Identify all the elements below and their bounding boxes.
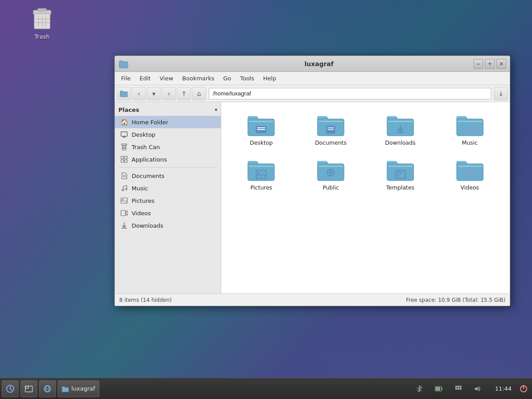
sidebar-header: Places ▾ [115, 104, 221, 116]
videos-icon [120, 209, 128, 217]
toolbar: ‹ ▾ › ↑ ⌂ ↓ [115, 85, 510, 102]
sidebar-item-desktop[interactable]: Desktop [115, 128, 221, 141]
file-item-documents[interactable]: Documents [298, 109, 364, 150]
sidebar-item-downloads[interactable]: Downloads [115, 219, 221, 232]
refresh-button[interactable]: ↓ [494, 87, 508, 100]
svg-rect-48 [25, 386, 32, 392]
svg-rect-59 [455, 388, 457, 390]
sidebar-collapse-arrow[interactable]: ▾ [215, 107, 217, 113]
battery-icon[interactable] [430, 380, 447, 397]
file-item-downloads[interactable]: Downloads [368, 109, 434, 150]
svg-rect-55 [436, 387, 440, 391]
power-button[interactable] [517, 382, 530, 395]
address-bar[interactable] [209, 88, 491, 99]
applications-icon [120, 155, 128, 163]
statusbar-right: Free space: 10.9 GiB (Total: 15.5 GiB) [406, 297, 505, 303]
maximize-button[interactable]: + [485, 59, 495, 69]
file-label-videos: Videos [461, 184, 479, 191]
folder-icon-templates [386, 158, 415, 182]
window-title: luxagraf [132, 60, 506, 67]
folder-icon-downloads [386, 114, 415, 137]
music-icon [120, 184, 128, 192]
svg-rect-54 [442, 388, 442, 390]
menu-bookmarks[interactable]: Bookmarks [178, 73, 219, 83]
menu-help[interactable]: Help [259, 73, 281, 83]
file-label-pictures: Pictures [250, 184, 273, 191]
trashcan-icon [120, 143, 128, 151]
svg-rect-16 [125, 156, 127, 159]
desktop-icon [120, 130, 128, 138]
svg-rect-8 [121, 132, 127, 136]
history-button[interactable]: ▾ [147, 87, 161, 100]
file-item-desktop[interactable]: Desktop [228, 109, 294, 150]
minimize-button[interactable]: − [473, 59, 483, 69]
volume-icon[interactable] [469, 380, 486, 397]
svg-rect-23 [121, 198, 127, 203]
menu-view[interactable]: View [155, 73, 178, 83]
file-label-documents: Documents [315, 139, 346, 146]
svg-rect-60 [458, 388, 459, 390]
downloads-icon [120, 221, 128, 229]
home-button[interactable]: ⌂ [192, 87, 206, 100]
sidebar-item-trash-can[interactable]: Trash Can [115, 141, 221, 153]
file-area: Desktop Documents [221, 102, 510, 293]
file-item-pictures[interactable]: Pictures [228, 154, 294, 195]
sidebar-item-videos[interactable]: Videos [115, 207, 221, 219]
svg-rect-15 [121, 156, 124, 159]
forward-button[interactable]: › [162, 87, 176, 100]
file-label-templates: Templates [386, 184, 415, 191]
menu-go[interactable]: Go [219, 73, 235, 83]
file-item-videos[interactable]: Videos [437, 154, 503, 195]
sidebar-item-documents[interactable]: Documents [115, 170, 221, 182]
taskbar: luxagraf 11:44 [0, 378, 532, 399]
taskbar-app-label: luxagraf [71, 385, 95, 392]
taskbar-clock: 11:44 [492, 385, 515, 392]
file-label-public: Public [323, 184, 339, 191]
sidebar-item-pictures[interactable]: Pictures [115, 194, 221, 207]
taskbar-filemanager-button[interactable]: luxagraf [58, 380, 99, 397]
svg-rect-18 [125, 160, 127, 162]
documents-icon [120, 172, 128, 180]
file-item-templates[interactable]: Templates [368, 154, 434, 195]
sidebar-divider [118, 167, 217, 168]
desktop-trash-icon[interactable]: Trash [24, 7, 60, 40]
menubar: File Edit View Bookmarks Go Tools Help [115, 72, 510, 85]
home-icon: 🏠 [120, 118, 128, 126]
taskbar-tray [407, 380, 490, 397]
taskbar-browser-button[interactable] [39, 380, 56, 397]
statusbar-left: 8 items (14 hidden) [119, 297, 172, 303]
statusbar: 8 items (14 hidden) Free space: 10.9 GiB… [115, 293, 510, 306]
new-folder-button[interactable] [117, 87, 131, 100]
folder-icon-pictures [247, 158, 275, 182]
folder-icon-desktop [247, 114, 275, 137]
trash-label: Trash [35, 33, 50, 40]
folder-icon-public [317, 158, 345, 182]
menu-tools[interactable]: Tools [235, 73, 258, 83]
taskbar-start-button[interactable] [2, 380, 19, 397]
close-button[interactable]: ✕ [497, 59, 506, 69]
folder-icon-videos [456, 158, 484, 182]
file-label-music: Music [462, 139, 478, 146]
file-label-downloads: Downloads [385, 139, 416, 146]
titlebar-buttons: − + ✕ [473, 59, 506, 69]
sidebar-item-applications[interactable]: Applications [115, 153, 221, 166]
content-area: Places ▾ 🏠 Home Folder Desktop [115, 102, 510, 293]
file-item-public[interactable]: Public [298, 154, 364, 195]
svg-rect-62 [475, 388, 476, 390]
taskbar-files-button[interactable] [20, 380, 37, 397]
menu-file[interactable]: File [117, 73, 135, 83]
back-button[interactable]: ‹ [132, 87, 146, 100]
up-button[interactable]: ↑ [177, 87, 191, 100]
bluetooth-icon[interactable] [411, 380, 428, 397]
sidebar-item-home-folder[interactable]: 🏠 Home Folder [115, 116, 221, 128]
menu-edit[interactable]: Edit [135, 73, 155, 83]
svg-rect-58 [460, 386, 462, 387]
sidebar-item-music[interactable]: Music [115, 182, 221, 194]
titlebar: luxagraf − + ✕ [115, 56, 510, 72]
desktop: Trash luxagraf − + ✕ File Edit View Book… [0, 0, 532, 399]
file-item-music[interactable]: Music [437, 109, 503, 150]
folder-icon-music [456, 114, 484, 137]
file-label-desktop: Desktop [250, 139, 273, 146]
network-icon[interactable] [450, 380, 467, 397]
sidebar: Places ▾ 🏠 Home Folder Desktop [115, 102, 221, 293]
